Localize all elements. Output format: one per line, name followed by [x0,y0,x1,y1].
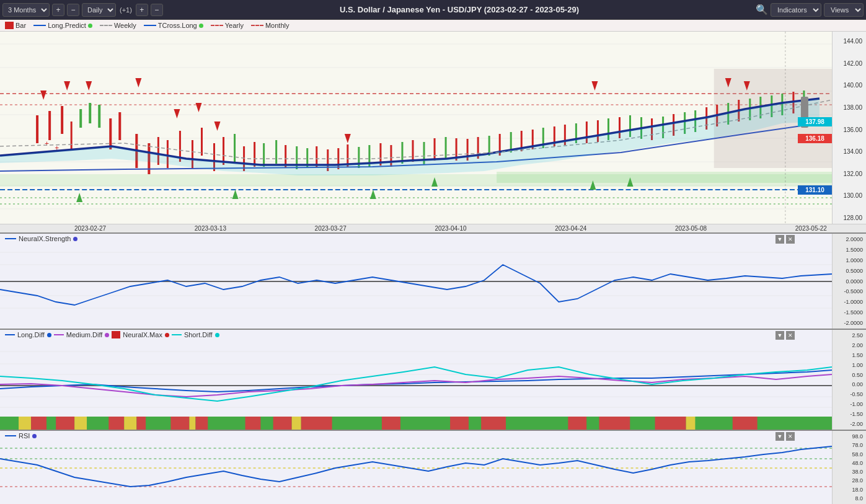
rsi-18: 18.0 [834,487,865,493]
long-predict-dot [88,24,92,28]
med-diff-dot [105,333,109,337]
price-144: 144.00 [834,38,865,45]
sub-period-btn[interactable]: − [67,4,79,16]
neuralx-controls: ▼ ✕ [775,235,795,244]
neuralx-max-dot [165,333,169,337]
search-btn[interactable]: 🔍 [756,4,768,15]
legend-weekly: Weekly [100,22,136,29]
indicators-select[interactable]: Indicators [771,3,821,17]
add-period-btn[interactable]: + [52,4,64,16]
svg-rect-160 [0,431,832,504]
diff-close-btn[interactable]: ✕ [786,331,795,340]
rsi-line-icon [5,435,16,436]
svg-rect-151 [568,417,586,430]
svg-rect-157 [696,417,733,430]
diff-200: 2.00 [834,342,865,348]
chart-title: U.S. Dollar / Japanese Yen - USD/JPY (20… [166,5,753,14]
med-diff-label: Medium.Diff [66,331,102,338]
price-128: 128.00 [834,214,865,221]
rsi-title: RSI [5,432,37,440]
svg-rect-149 [481,417,506,430]
diff-axis: 2.50 2.00 1.50 1.00 0.50 0.00 -0.50 -1.0… [832,330,866,430]
long-predict-label: Long.Predict [48,22,86,29]
rsi-collapse-btn[interactable]: ▼ [775,432,784,441]
svg-rect-146 [400,417,450,430]
legend-yearly: Yearly [211,22,244,29]
svg-rect-140 [261,417,273,430]
period-select[interactable]: 3 Months [2,3,50,17]
price-132: 132.00 [834,170,865,177]
price-chart-panel: + + [0,32,866,224]
views-select[interactable]: Views [824,3,864,17]
svg-rect-131 [108,417,124,430]
toolbar: 3 Months + − Daily (+1) + − U.S. Dollar … [0,0,866,20]
inc-minus-btn[interactable]: − [151,4,163,16]
price-130: 130.00 [834,192,865,199]
svg-rect-152 [586,417,599,430]
price-chart-main[interactable]: + + [0,32,832,224]
price-134: 134.00 [834,148,865,155]
date-label-2: 2023-03-27 [315,225,347,232]
rsi-58: 58.0 [834,451,865,458]
diff-chart[interactable]: Long.Diff Medium.Diff NeuralX.Max Short.… [0,330,832,430]
svg-rect-153 [599,417,630,430]
diff-n100: -1.00 [834,401,865,407]
svg-rect-143 [301,417,332,430]
svg-rect-141 [273,417,292,430]
neuralx-val-0: 0.0000 [834,278,865,285]
inc-plus-btn[interactable]: + [136,4,148,16]
diff-collapse-btn[interactable]: ▼ [775,331,784,340]
neuralx-max-label: NeuralX.Max [123,331,162,338]
timeframe-select[interactable]: Daily [82,3,116,17]
rsi-dot [32,434,37,438]
neuralx-chart[interactable]: NeuralX.Strength ▼ ✕ [0,234,832,329]
diff-050: 0.50 [834,372,865,378]
short-diff-dot [215,333,219,337]
date-label-6: 2023-05-22 [795,225,827,232]
svg-rect-116 [0,330,832,430]
neuralx-title: NeuralX.Strength [5,235,77,242]
tcross-label: TCross.Long [158,22,197,29]
neuralx-max-icon [112,331,120,338]
neuralx-axis: 2.0000 1.5000 1.0000 0.5000 0.0000 -0.50… [832,234,866,329]
price-axis: 144.00 142.00 140.00 138.00 136.00 134.0… [832,32,866,224]
svg-rect-133 [136,417,146,430]
neuralx-val-n15: -1.5000 [834,309,865,316]
rsi-axis: 98.0 78.0 58.0 48.0 38.0 28.0 18.0 8.0 [832,431,866,504]
date-label-3: 2023-04-10 [435,225,466,232]
rsi-chart[interactable]: RSI ▼ ✕ [0,431,832,504]
rsi-98: 98.0 [834,433,865,440]
price-142: 142.00 [834,60,865,67]
neuralx-close-btn[interactable]: ✕ [786,235,795,244]
diff-title: Long.Diff Medium.Diff NeuralX.Max Short.… [5,331,219,338]
svg-rect-142 [292,417,301,430]
rsi-38: 38.0 [834,469,865,475]
yearly-label: Yearly [225,22,244,29]
bar-legend-label: Bar [15,22,26,29]
svg-text:+: + [45,139,49,148]
neuralx-collapse-btn[interactable]: ▼ [775,235,784,244]
svg-rect-107 [497,172,832,183]
date-label-4: 2023-04-24 [555,225,586,232]
svg-rect-125 [19,417,31,430]
rsi-close-btn[interactable]: ✕ [786,432,795,441]
legend-long-predict: Long.Predict [33,22,92,29]
chart-container: Bar Long.Predict Weekly TCross.Long Year… [0,20,866,504]
neuralx-val-05: 0.5000 [834,268,865,274]
diff-n200: -2.00 [834,421,865,427]
long-predict-icon [33,25,46,26]
svg-rect-134 [146,417,170,430]
price-140: 140.00 [834,82,865,89]
price-chart-svg: + + [0,32,832,224]
svg-rect-138 [208,417,245,430]
rsi-svg [0,431,832,504]
legend-monthly: Monthly [251,22,289,29]
neuralx-val-n2: -2.0000 [834,320,865,326]
monthly-label: Monthly [265,22,289,29]
svg-rect-144 [332,417,382,430]
diff-n050: -0.50 [834,391,865,397]
rsi-label: RSI [19,432,30,440]
diff-n150: -1.50 [834,411,865,417]
rsi-78: 78.0 [834,442,865,448]
rsi-28: 28.0 [834,477,865,484]
